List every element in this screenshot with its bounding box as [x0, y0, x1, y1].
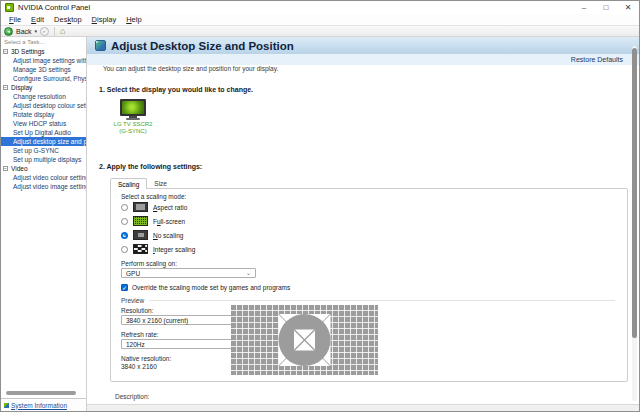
sidebar-header: Select a Task... [1, 37, 86, 46]
forward-button-icon[interactable]: ► [40, 27, 49, 36]
tab-size[interactable]: Size [147, 178, 174, 188]
task-sidebar: Select a Task... − 3D Settings Adjust im… [1, 37, 87, 411]
system-information-link[interactable]: System Information [11, 402, 67, 409]
close-button[interactable]: ✕ [617, 1, 639, 14]
tree-section-label: Display [11, 84, 32, 91]
perform-scaling-select[interactable]: GPU ⌄ [121, 268, 256, 278]
sidebar-item-change-resolution[interactable]: Change resolution [1, 92, 86, 101]
back-button-label[interactable]: Back [16, 28, 32, 35]
description-label: Description: [115, 393, 149, 400]
radio-aspect-ratio[interactable] [121, 204, 128, 211]
perform-scaling-value: GPU [126, 270, 140, 277]
sidebar-footer: System Information [1, 398, 86, 411]
sidebar-item-set-up-digital-audio[interactable]: Set Up Digital Audio [1, 128, 86, 137]
tree-section-video[interactable]: − Video [1, 164, 86, 173]
menu-edit[interactable]: Edit [26, 15, 49, 24]
menu-file[interactable]: File [4, 15, 26, 24]
nvidia-logo-icon [5, 3, 14, 12]
sidebar-item-adjust-desktop-colour[interactable]: Adjust desktop colour settings [1, 101, 86, 110]
sidebar-horizontal-scrollbar[interactable] [6, 391, 76, 395]
resolution-value: 3840 x 2160 (current) [126, 317, 188, 324]
nvidia-control-panel-window: NVIDIA Control Panel – □ ✕ File Edit Des… [0, 0, 640, 412]
settings-tabs: Scaling Size [110, 178, 174, 188]
display-monitor-icon [126, 118, 140, 120]
tree-section-label: 3D Settings [11, 48, 45, 55]
tree-section-label: Video [11, 165, 28, 172]
step1-label: 1. Select the display you would like to … [99, 86, 253, 93]
collapse-icon[interactable]: − [3, 166, 8, 171]
main-vertical-scrollbar[interactable] [632, 46, 637, 401]
menu-desktop[interactable]: Desktop [49, 15, 87, 24]
radio-row-full-screen[interactable]: Full-screen [121, 216, 185, 226]
display-monitor-icon[interactable] [120, 99, 146, 116]
page-title: Adjust Desktop Size and Position [111, 40, 294, 52]
step2-label: 2. Apply the following settings: [99, 163, 202, 170]
restore-defaults-button[interactable]: Restore Defaults [571, 56, 623, 63]
main-scrollbar-thumb[interactable] [632, 48, 637, 338]
back-dropdown-caret-icon[interactable]: ▾ [35, 28, 38, 34]
scaling-tab-panel: Select a scaling mode: Aspect ratio Full… [110, 188, 628, 382]
sidebar-item-adjust-desktop-size-position[interactable]: Adjust desktop size and position [1, 137, 86, 146]
radio-full-screen[interactable] [121, 218, 128, 225]
system-information-icon [4, 403, 9, 408]
full-screen-mode-icon [133, 216, 148, 226]
sidebar-item-rotate-display[interactable]: Rotate display [1, 110, 86, 119]
window-title: NVIDIA Control Panel [18, 3, 90, 12]
collapse-icon[interactable]: − [3, 49, 8, 54]
radio-row-no-scaling[interactable]: No scaling [121, 230, 183, 240]
preview-section-header: Preview [121, 297, 615, 304]
task-tree: − 3D Settings Adjust image settings with… [1, 46, 86, 191]
maximize-button[interactable]: □ [595, 1, 617, 14]
sidebar-item-configure-surround-physx[interactable]: Configure Surround, PhysX [1, 74, 86, 83]
perform-scaling-label: Perform scaling on: [121, 260, 177, 267]
aspect-ratio-mode-icon [133, 202, 148, 212]
display-name-label: LG TV SSCR2 (G-SYNC) [107, 121, 159, 135]
refresh-rate-label: Refresh rate: [121, 331, 159, 338]
no-scaling-mode-icon [133, 230, 148, 240]
toolbar: ◄ Back ▾ ► ⌂ [1, 25, 639, 37]
menu-help[interactable]: Help [121, 15, 146, 24]
page-icon [95, 40, 106, 51]
override-checkbox[interactable]: ✓ [121, 284, 128, 291]
radio-integer-scaling[interactable] [121, 246, 128, 253]
radio-label-no-scaling: No scaling [153, 232, 183, 239]
scaling-preview-image [231, 305, 378, 375]
page-intro-text: You can adjust the desktop size and posi… [103, 65, 278, 72]
radio-row-integer-scaling[interactable]: Integer scaling [121, 244, 195, 254]
home-icon[interactable]: ⌂ [60, 27, 65, 36]
radio-label-aspect-ratio: Aspect ratio [153, 204, 187, 211]
chevron-down-icon: ⌄ [246, 271, 251, 275]
display-name-line2: (G-SYNC) [107, 128, 159, 135]
override-checkbox-label: Override the scaling mode set by games a… [132, 284, 290, 291]
radio-no-scaling[interactable] [121, 232, 128, 239]
sidebar-item-view-hdcp-status[interactable]: View HDCP status [1, 119, 86, 128]
override-checkbox-row[interactable]: ✓ Override the scaling mode set by games… [121, 284, 290, 291]
main-panel: Adjust Desktop Size and Position Restore… [87, 37, 639, 411]
tab-scaling[interactable]: Scaling [110, 178, 147, 189]
menu-bar: File Edit Desktop Display Help [1, 14, 639, 25]
resolution-label: Resolution: [121, 307, 154, 314]
menu-display[interactable]: Display [87, 15, 122, 24]
preview-label: Preview [121, 297, 144, 304]
back-button-icon[interactable]: ◄ [4, 27, 13, 36]
main-bottom-strip [87, 404, 639, 411]
radio-label-full-screen: Full-screen [153, 218, 185, 225]
integer-scaling-mode-icon [133, 244, 148, 254]
display-selector[interactable]: LG TV SSCR2 (G-SYNC) [107, 99, 159, 135]
sidebar-item-adjust-video-image[interactable]: Adjust video image settings [1, 182, 86, 191]
titlebar: NVIDIA Control Panel – □ ✕ [1, 1, 639, 14]
tree-section-display[interactable]: − Display [1, 83, 86, 92]
native-resolution-label: Native resolution: [121, 355, 171, 362]
sidebar-item-set-up-gsync[interactable]: Set up G-SYNC [1, 146, 86, 155]
scaling-mode-label: Select a scaling mode: [121, 193, 186, 200]
sidebar-item-manage-3d-settings[interactable]: Manage 3D settings [1, 65, 86, 74]
preview-divider [149, 300, 615, 301]
minimize-button[interactable]: – [573, 1, 595, 14]
collapse-icon[interactable]: − [3, 85, 8, 90]
sidebar-item-set-up-multiple-displays[interactable]: Set up multiple displays [1, 155, 86, 164]
sidebar-item-adjust-video-colour[interactable]: Adjust video colour settings [1, 173, 86, 182]
radio-row-aspect-ratio[interactable]: Aspect ratio [121, 202, 187, 212]
sidebar-item-adjust-image-settings[interactable]: Adjust image settings with preview [1, 56, 86, 65]
radio-label-integer-scaling: Integer scaling [153, 246, 195, 253]
tree-section-3d-settings[interactable]: − 3D Settings [1, 47, 86, 56]
